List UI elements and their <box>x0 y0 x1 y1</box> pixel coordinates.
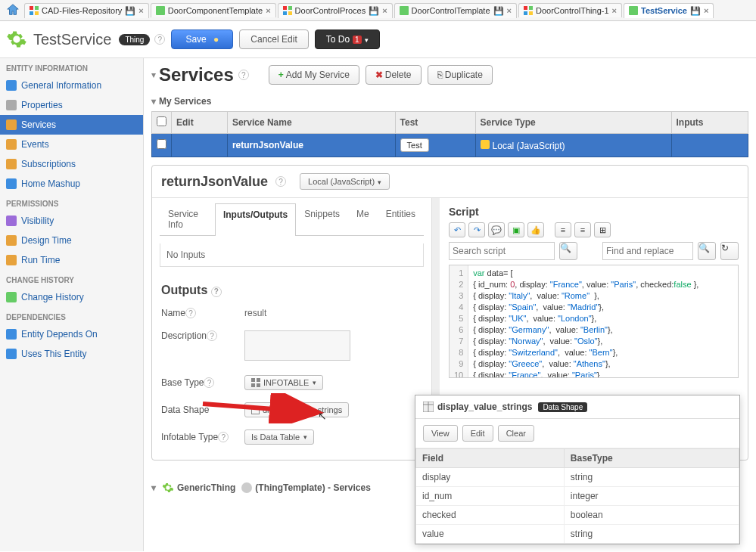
find-replace-input[interactable] <box>602 242 693 260</box>
basetype-label: Base Type <box>161 377 204 388</box>
tab-cad-files[interactable]: CAD-Files-Repository 💾 × <box>24 3 149 18</box>
find-button[interactable]: 🔍 <box>698 242 716 260</box>
sidebar-item-uses-this-entity[interactable]: Uses This Entity <box>0 344 143 364</box>
tab-me[interactable]: Me <box>348 203 378 235</box>
tab-door-control-template[interactable]: DoorControlTemplate 💾 × <box>394 3 517 18</box>
collapse-icon[interactable]: ▾ <box>151 96 156 107</box>
help-icon[interactable]: ? <box>275 176 286 187</box>
insert-button[interactable]: ▣ <box>508 222 524 237</box>
depends-icon <box>6 329 17 340</box>
sidebar-item-subscriptions[interactable]: Subscriptions <box>0 154 143 174</box>
sidebar-item-general-information[interactable]: General Information <box>0 76 143 95</box>
entity-icon <box>30 6 39 15</box>
help-icon[interactable]: ? <box>238 70 249 80</box>
handler-dropdown[interactable]: Local (JavaScript)▾ <box>300 173 390 190</box>
tab-service-info[interactable]: Service Info <box>160 203 215 235</box>
entity-icon <box>629 6 638 15</box>
close-icon[interactable]: × <box>266 6 270 15</box>
help-icon[interactable]: ? <box>204 377 214 388</box>
infotable-type-label: Infotable Type <box>161 432 218 442</box>
header-toolbar: TestService Thing ? Save ● Cancel Edit T… <box>0 21 756 58</box>
test-button[interactable]: Test <box>400 138 429 152</box>
delete-button[interactable]: ✖Delete <box>366 65 422 85</box>
validate-button[interactable]: 👍 <box>527 222 544 237</box>
redo-button[interactable]: ↷ <box>468 222 485 237</box>
comment-button[interactable]: 💬 <box>488 222 505 237</box>
infotable-icon <box>251 378 260 387</box>
sidebar-item-change-history[interactable]: Change History <box>0 287 143 307</box>
sidebar-item-run-time[interactable]: Run Time <box>0 250 143 270</box>
tab-test-service[interactable]: TestService 💾 × <box>624 3 714 18</box>
close-icon[interactable]: × <box>138 6 143 15</box>
search-script-input[interactable] <box>449 242 555 260</box>
datashape-popup: display_value_strings Data Shape View Ed… <box>415 395 740 544</box>
duplicate-button[interactable]: ⎘ Duplicate <box>428 65 493 85</box>
close-icon[interactable]: × <box>612 6 617 15</box>
sidebar-section-dependencies: DEPENDENCIES <box>0 307 143 324</box>
infotable-type-dropdown[interactable]: Is Data Table▾ <box>244 430 314 445</box>
save-button[interactable]: Save ● <box>171 29 233 49</box>
close-icon[interactable]: × <box>704 6 708 15</box>
home-icon[interactable] <box>5 3 21 18</box>
sidebar-section-permissions: PERMISSIONS <box>0 194 143 211</box>
help-icon[interactable]: ? <box>154 34 165 45</box>
save-icon[interactable]: 💾 <box>125 6 135 16</box>
designtime-icon <box>6 235 17 246</box>
sidebar-item-design-time[interactable]: Design Time <box>0 231 143 250</box>
tab-inputs-outputs[interactable]: Inputs/Outputs <box>215 203 296 236</box>
description-input[interactable] <box>244 330 350 361</box>
select-all-checkbox[interactable] <box>157 116 166 126</box>
row-select-checkbox[interactable] <box>157 139 166 149</box>
select-all-header[interactable] <box>152 112 172 134</box>
tab-door-control-thing[interactable]: DoorControlThing-1 × <box>518 3 622 17</box>
search-button[interactable]: 🔍 <box>559 242 577 260</box>
sidebar-item-properties[interactable]: Properties <box>0 95 143 115</box>
replace-button[interactable]: ↻ <box>720 242 739 260</box>
datashape-picker[interactable]: display_value_strings <box>244 402 349 417</box>
help-icon[interactable]: ? <box>185 308 196 318</box>
basetype-dropdown[interactable]: INFOTABLE▾ <box>244 375 323 390</box>
collapse-icon[interactable]: ▾ <box>151 482 156 493</box>
todo-button[interactable]: To Do1▾ <box>315 29 380 49</box>
sidebar-item-services[interactable]: Services <box>0 115 143 135</box>
services-icon <box>6 119 17 130</box>
tab-door-component-template[interactable]: DoorComponentTemplate × <box>151 3 276 17</box>
table-row[interactable]: returnJsonValue Test Local (JavaScript) <box>152 134 748 157</box>
sidebar-section-entity-info: ENTITY INFORMATION <box>0 58 143 76</box>
close-icon[interactable]: × <box>507 6 512 15</box>
save-icon[interactable]: 💾 <box>690 6 701 16</box>
tab-snippets[interactable]: Snippets <box>296 203 348 235</box>
gear-icon <box>162 482 174 494</box>
save-icon[interactable]: 💾 <box>369 6 379 16</box>
uses-icon <box>6 349 17 359</box>
info-icon <box>6 80 17 91</box>
table-row[interactable]: valuestring <box>416 525 739 544</box>
collapse-icon[interactable]: ▾ <box>151 70 156 80</box>
indent-right-button[interactable]: ≡ <box>574 222 591 237</box>
table-row[interactable]: id_numinteger <box>416 487 739 506</box>
sidebar-item-visibility[interactable]: Visibility <box>0 211 143 231</box>
sidebar-item-entity-depends[interactable]: Entity Depends On <box>0 324 143 344</box>
undo-button[interactable]: ↶ <box>449 222 465 237</box>
help-icon[interactable]: ? <box>218 432 229 442</box>
format-button[interactable]: ⊞ <box>594 222 611 237</box>
tab-entities[interactable]: Entities <box>378 203 424 235</box>
popup-clear-button[interactable]: Clear <box>498 425 534 442</box>
popup-edit-button[interactable]: Edit <box>462 425 493 442</box>
cancel-edit-button[interactable]: Cancel Edit <box>239 29 308 49</box>
save-icon[interactable]: 💾 <box>493 6 504 16</box>
popup-view-button[interactable]: View <box>423 425 458 442</box>
sidebar-item-events[interactable]: Events <box>0 135 143 154</box>
help-icon[interactable]: ? <box>207 330 217 341</box>
code-editor[interactable]: 1234567891011 var data= [{ id_num: 0, di… <box>449 265 739 378</box>
add-my-service-button[interactable]: +Add My Service <box>269 65 359 85</box>
sidebar-item-home-mashup[interactable]: Home Mashup <box>0 174 143 194</box>
table-row[interactable]: displaystring <box>416 468 739 487</box>
sidebar: ENTITY INFORMATION General Information P… <box>0 58 144 551</box>
indent-left-button[interactable]: ≡ <box>555 222 571 237</box>
help-icon[interactable]: ? <box>211 287 222 297</box>
close-icon[interactable]: × <box>382 6 387 15</box>
tab-door-control-process[interactable]: DoorControlProces 💾 × <box>278 3 393 18</box>
col-edit: Edit <box>172 112 228 134</box>
table-row[interactable]: checkedboolean <box>416 506 739 525</box>
